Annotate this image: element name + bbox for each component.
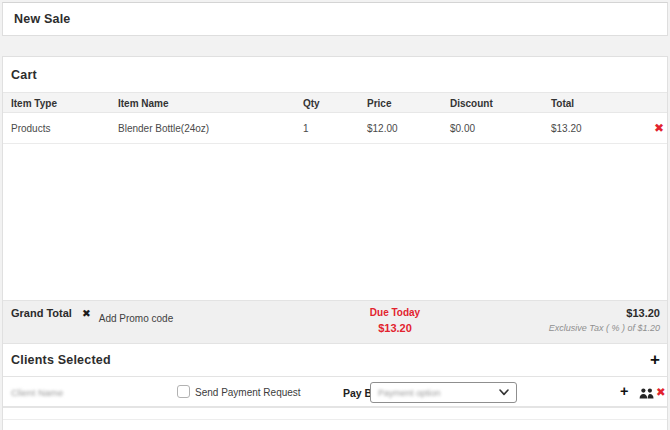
page-title: New Sale <box>14 12 71 26</box>
cell-qty: 1 <box>303 123 309 134</box>
add-promo-code-link[interactable]: Add Promo code <box>99 313 174 324</box>
add-payer-icon[interactable]: + <box>620 383 628 399</box>
col-discount: Discount <box>450 98 493 109</box>
grand-total-label: Grand Total <box>11 307 72 319</box>
chevron-down-icon <box>499 389 509 396</box>
sale-card: Cart Item Type Item Name Qty Price Disco… <box>2 56 668 430</box>
col-price: Price <box>367 98 391 109</box>
exclusive-tax-note: Exclusive Tax ( % ) of $1.20 <box>549 323 660 333</box>
due-today-block: Due Today $13.20 <box>350 307 440 334</box>
remove-item-icon[interactable]: ✖ <box>654 121 664 135</box>
grand-total-left: Grand Total ✖ Add Promo code <box>11 307 173 324</box>
due-today-amount: $13.20 <box>350 322 440 334</box>
client-row: Client Name Send Payment Request Pay By … <box>3 377 667 408</box>
pay-by-selected-value: Payment option <box>378 388 441 398</box>
cell-item-name: Blender Bottle(24oz) <box>118 123 209 134</box>
col-total: Total <box>551 98 574 109</box>
col-qty: Qty <box>303 98 320 109</box>
remove-client-icon[interactable]: ✖ <box>656 385 666 399</box>
client-name: Client Name <box>11 387 63 398</box>
table-row: Products Blender Bottle(24oz) 1 $12.00 $… <box>3 113 667 144</box>
cart-table-header: Item Type Item Name Qty Price Discount T… <box>3 92 667 113</box>
add-client-icon[interactable]: + <box>650 349 660 371</box>
cart-section-header: Cart <box>3 57 667 92</box>
send-payment-label[interactable]: Send Payment Request <box>195 387 301 398</box>
cell-total: $13.20 <box>551 123 582 134</box>
send-payment-checkbox[interactable] <box>177 385 190 398</box>
col-item-name: Item Name <box>118 98 169 109</box>
clients-selected-title: Clients Selected <box>11 353 111 367</box>
new-sale-page: New Sale Cart Item Type Item Name Qty Pr… <box>0 0 670 430</box>
cell-item-type: Products <box>11 123 50 134</box>
col-item-type: Item Type <box>11 98 57 109</box>
grand-total-bar: Grand Total ✖ Add Promo code Due Today $… <box>3 300 667 344</box>
due-today-label: Due Today <box>350 307 440 318</box>
grand-total-amount: $13.20 <box>549 307 660 319</box>
users-icon[interactable] <box>639 388 654 399</box>
cart-section-title: Cart <box>11 68 37 82</box>
section-divider <box>3 419 667 420</box>
clients-selected-header: Clients Selected + <box>3 344 667 377</box>
grand-total-remove-icon[interactable]: ✖ <box>82 307 91 319</box>
grand-total-right: $13.20 Exclusive Tax ( % ) of $1.20 <box>549 307 660 333</box>
page-header: New Sale <box>2 2 668 36</box>
cell-discount: $0.00 <box>450 123 475 134</box>
cell-price: $12.00 <box>367 123 398 134</box>
pay-by-select[interactable]: Payment option <box>370 382 517 403</box>
